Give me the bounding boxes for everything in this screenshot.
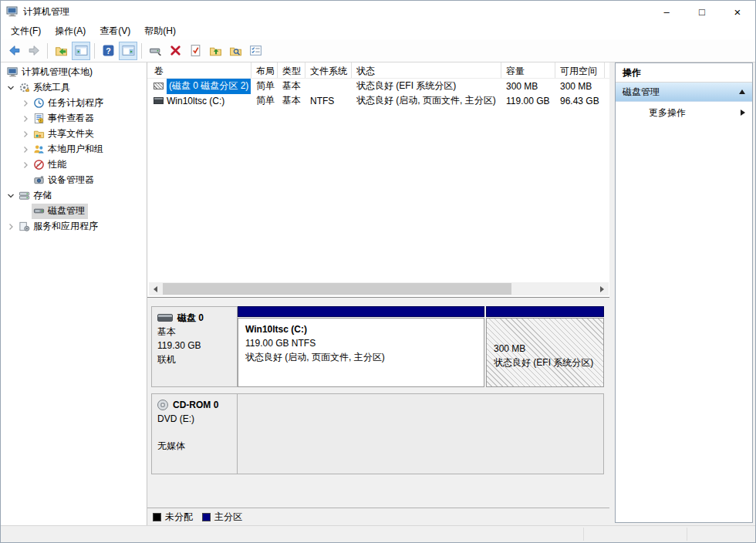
cdrom-title: CD-ROM 0	[173, 398, 218, 412]
partition-efi-size: 300 MB	[494, 342, 596, 356]
menu-view[interactable]: 查看(V)	[93, 23, 137, 39]
window-title: 计算机管理	[23, 5, 69, 19]
volume-status: 状态良好 (EFI 系统分区)	[352, 79, 501, 93]
chevron-collapsed-icon[interactable]	[19, 160, 32, 170]
volume-list-header: 卷 布局 类型 文件系统 状态 容量 可用空间	[147, 62, 610, 79]
tree-item-event-viewer[interactable]: 事件查看器	[1, 111, 147, 126]
chevron-expanded-icon[interactable]	[4, 191, 17, 201]
scroll-right-icon[interactable]	[596, 282, 609, 295]
app-icon	[6, 5, 19, 18]
chevron-collapsed-icon[interactable]	[4, 222, 17, 231]
tree-item-local-users-groups[interactable]: 本地用户和组	[1, 142, 147, 157]
column-header-status[interactable]: 状态	[352, 62, 501, 78]
tree-item-storage[interactable]: 存储	[1, 188, 147, 204]
tree-item-label: 共享文件夹	[48, 127, 94, 140]
tree-item-computer-management[interactable]: 计算机管理(本地)	[1, 65, 147, 80]
properties-list-icon[interactable]	[246, 42, 265, 60]
maximize-button[interactable]: □	[684, 1, 720, 22]
chevron-expanded-icon[interactable]	[4, 83, 17, 93]
tree-item-services-applications[interactable]: 服务和应用程序	[1, 219, 147, 234]
tree-item-system-tools[interactable]: 系统工具	[1, 80, 147, 96]
column-header-type[interactable]: 类型	[278, 62, 305, 78]
actions-panel: 操作 磁盘管理 更多操作	[609, 62, 755, 525]
tree-item-disk-management[interactable]: 磁盘管理	[1, 204, 147, 219]
export-list-icon[interactable]	[52, 42, 70, 60]
tree-item-task-scheduler[interactable]: 任务计划程序	[1, 96, 147, 111]
unallocated-color-swatch	[153, 513, 161, 521]
toolbar: ?	[1, 39, 755, 62]
scrollbar-thumb[interactable]	[163, 283, 511, 295]
back-icon[interactable]	[5, 42, 23, 60]
menu-help[interactable]: 帮助(H)	[137, 23, 183, 39]
legend-label: 主分区	[214, 511, 242, 524]
partition-c-status: 状态良好 (启动, 页面文件, 主分区)	[245, 350, 477, 364]
scroll-left-icon[interactable]	[149, 282, 162, 295]
table-row[interactable]: (磁盘 0 磁盘分区 2) 简单 基本 状态良好 (EFI 系统分区) 300 …	[147, 79, 610, 93]
volume-filesystem: NTFS	[305, 96, 352, 106]
delete-icon[interactable]	[166, 42, 184, 60]
services-icon	[19, 221, 30, 232]
volume-type: 基本	[278, 79, 305, 93]
column-header-volume[interactable]: 卷	[150, 62, 251, 78]
menu-bar: 文件(F) 操作(A) 查看(V) 帮助(H)	[1, 22, 755, 39]
event-viewer-icon	[33, 113, 45, 124]
partition-c[interactable]: Win10ltsc (C:) 119.00 GB NTFS 状态良好 (启动, …	[238, 306, 484, 387]
partition-efi[interactable]: 300 MB 状态良好 (EFI 系统分区)	[486, 306, 604, 387]
disk-management-icon	[33, 205, 45, 217]
cdrom-media-status: 无媒体	[157, 439, 231, 453]
actions-group-disk-management[interactable]: 磁盘管理	[616, 83, 752, 102]
chevron-collapsed-icon[interactable]	[19, 145, 32, 154]
cdrom-row: CD-ROM 0 DVD (E:) 无媒体	[151, 393, 604, 474]
disk0-info-cell[interactable]: 磁盘 0 基本 119.30 GB 联机	[151, 306, 238, 387]
column-header-layout[interactable]: 布局	[251, 62, 278, 78]
disk0-size: 119.30 GB	[157, 339, 231, 352]
column-header-free-space[interactable]: 可用空间	[555, 62, 605, 78]
menu-action[interactable]: 操作(A)	[48, 23, 93, 39]
volume-efi-icon	[154, 83, 164, 89]
computer-icon	[7, 66, 19, 78]
table-row[interactable]: Win10ltsc (C:) 简单 基本 NTFS 状态良好 (启动, 页面文件…	[147, 93, 610, 108]
tree-item-label: 事件查看器	[48, 112, 94, 125]
close-button[interactable]: ×	[720, 1, 755, 22]
horizontal-scrollbar[interactable]	[149, 282, 609, 295]
menu-file[interactable]: 文件(F)	[4, 23, 48, 39]
disk0-type: 基本	[157, 325, 231, 339]
column-header-capacity[interactable]: 容量	[501, 62, 555, 78]
chevron-collapsed-icon[interactable]	[19, 99, 32, 108]
collapse-icon[interactable]	[739, 89, 745, 94]
check-document-icon[interactable]	[186, 42, 204, 60]
folder-explore-icon[interactable]	[226, 42, 245, 60]
show-console-tree-icon[interactable]	[72, 42, 90, 60]
disk-device-icon[interactable]	[146, 42, 164, 60]
tree-item-device-manager[interactable]: 设备管理器	[1, 173, 147, 188]
tree-item-label: 设备管理器	[48, 174, 94, 187]
tree-item-performance[interactable]: 性能	[1, 157, 147, 173]
volume-capacity: 119.00 GB	[501, 96, 555, 106]
graphical-view: 磁盘 0 基本 119.30 GB 联机 Win10ltsc (C:) 119.…	[147, 298, 610, 525]
chevron-collapsed-icon[interactable]	[19, 130, 32, 139]
device-manager-icon	[33, 174, 45, 186]
cdrom-info-cell[interactable]: CD-ROM 0 DVD (E:) 无媒体	[151, 393, 238, 474]
forward-icon[interactable]	[25, 42, 43, 60]
volume-layout: 简单	[251, 94, 278, 107]
actions-group-label: 磁盘管理	[623, 86, 660, 99]
volume-c-icon	[154, 97, 164, 104]
column-header-filesystem[interactable]: 文件系统	[305, 62, 352, 78]
folder-up-icon[interactable]	[206, 42, 224, 60]
volume-list: 卷 布局 类型 文件系统 状态 容量 可用空间 (磁盘 0 磁盘分区 2) 简单…	[147, 62, 610, 298]
show-action-pane-icon[interactable]	[119, 42, 137, 60]
toolbar-separator	[47, 43, 48, 59]
more-actions-item[interactable]: 更多操作	[616, 102, 752, 123]
legend-unallocated: 未分配	[153, 511, 193, 524]
storage-icon	[19, 190, 30, 201]
volume-name: (磁盘 0 磁盘分区 2)	[167, 79, 251, 94]
help-icon[interactable]: ?	[99, 42, 117, 60]
minimize-button[interactable]: –	[649, 1, 684, 22]
tree-item-shared-folders[interactable]: 共享文件夹	[1, 126, 147, 142]
legend-bar: 未分配 主分区	[147, 508, 610, 525]
title-bar: 计算机管理 – □ ×	[1, 1, 755, 22]
submenu-arrow-icon	[741, 110, 745, 116]
tree-item-label: 性能	[48, 158, 66, 171]
chevron-collapsed-icon[interactable]	[19, 114, 32, 123]
tree-item-label: 存储	[33, 189, 52, 202]
